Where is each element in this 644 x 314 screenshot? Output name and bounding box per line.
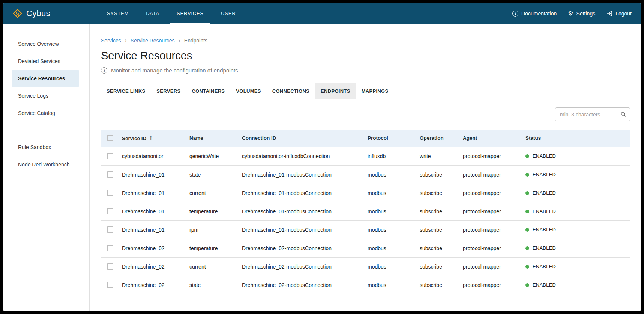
breadcrumb-services[interactable]: Services [101, 38, 121, 44]
tab-volumes[interactable]: VOLUMES [230, 83, 266, 99]
cell-protocol: modbus [365, 202, 417, 220]
chevron-right-icon: › [179, 38, 180, 44]
tab-endpoints[interactable]: ENDPOINTS [315, 83, 356, 99]
sidebar-item-service-overview[interactable]: Service Overview [12, 35, 79, 53]
cell-service-id: Drehmaschine_02 [119, 276, 186, 294]
cell-agent: protocol-mapper [460, 257, 522, 276]
cell-service-id: Drehmaschine_02 [119, 257, 186, 276]
cell-service-id: Drehmaschine_01 [119, 165, 186, 184]
cell-operation: subscribe [417, 257, 460, 276]
row-checkbox[interactable] [107, 190, 113, 196]
search-row [101, 107, 630, 121]
cell-status: ENABLED [522, 220, 630, 239]
cell-name: current [186, 184, 239, 202]
row-checkbox[interactable] [107, 171, 113, 178]
cell-service-id: Drehmaschine_02 [119, 239, 186, 257]
status-label: ENABLED [533, 264, 556, 269]
sidebar-item-service-catalog[interactable]: Service Catalog [12, 104, 79, 122]
logout-label: Logout [615, 11, 632, 17]
cell-service-id: Drehmaschine_01 [119, 220, 186, 239]
tab-service-links[interactable]: SERVICE LINKS [101, 83, 151, 99]
sidebar-item-rule-sandbox[interactable]: Rule Sandbox [12, 139, 79, 156]
cell-agent: protocol-mapper [460, 184, 522, 202]
cell-name: temperature [186, 202, 239, 220]
row-checkbox[interactable] [107, 153, 113, 159]
status-dot [525, 283, 529, 287]
table-row[interactable]: Drehmaschine_01 state Drehmaschine_01-mo… [101, 165, 630, 184]
cell-protocol: influxdb [365, 147, 417, 165]
cell-operation: subscribe [417, 165, 460, 184]
sidebar-item-service-logs[interactable]: Service Logs [12, 87, 79, 104]
table-row[interactable]: Drehmaschine_02 state Drehmaschine_02-mo… [101, 276, 630, 294]
sort-ascending-icon: ↑ [149, 135, 153, 141]
sidebar: Service Overview Deviated Services Servi… [3, 24, 90, 311]
row-checkbox[interactable] [107, 245, 113, 251]
breadcrumb-service-resources[interactable]: Service Resources [131, 38, 175, 44]
logout-link[interactable]: Logout [606, 11, 632, 17]
status-dot [525, 246, 529, 250]
main-nav: SYSTEM DATA SERVICES USER [98, 3, 244, 24]
status-label: ENABLED [533, 208, 556, 214]
tab-containers[interactable]: CONTAINERS [186, 83, 230, 99]
main-content: Services › Service Resources › Endpoints… [90, 24, 641, 311]
cell-operation: subscribe [417, 220, 460, 239]
column-header-agent[interactable]: Agent [460, 130, 522, 147]
column-header-operation[interactable]: Operation [417, 130, 460, 147]
brand-name: Cybus [26, 9, 50, 18]
cell-connection-id: Drehmaschine_01-modbusConnection [239, 184, 365, 202]
cell-service-id: Drehmaschine_01 [119, 184, 186, 202]
row-checkbox[interactable] [107, 226, 113, 233]
column-header-service-id[interactable]: Service ID↑ [119, 130, 186, 147]
cell-status: ENABLED [522, 257, 630, 276]
sidebar-item-deviated-services[interactable]: Deviated Services [12, 53, 79, 70]
page-title: Service Resources [101, 50, 630, 62]
table-row[interactable]: Drehmaschine_01 temperature Drehmaschine… [101, 202, 630, 220]
column-header-connection-id[interactable]: Connection ID [239, 130, 365, 147]
table-row[interactable]: Drehmaschine_02 temperature Drehmaschine… [101, 239, 630, 257]
column-header-protocol[interactable]: Protocol [365, 130, 417, 147]
nav-data[interactable]: DATA [139, 3, 166, 24]
row-checkbox[interactable] [107, 263, 113, 270]
status-dot [525, 228, 529, 232]
column-header-name[interactable]: Name [186, 130, 239, 147]
row-checkbox[interactable] [107, 208, 113, 214]
cell-agent: protocol-mapper [460, 276, 522, 294]
sidebar-item-node-red-workbench[interactable]: Node Red Workbench [12, 156, 79, 173]
sidebar-item-service-resources[interactable]: Service Resources [12, 70, 79, 87]
cell-operation: subscribe [417, 276, 460, 294]
cell-service-id: cybusdatamonitor [119, 147, 186, 165]
documentation-link[interactable]: i Documentation [512, 11, 557, 17]
breadcrumb: Services › Service Resources › Endpoints [101, 38, 630, 44]
nav-user[interactable]: USER [214, 3, 242, 24]
cell-protocol: modbus [365, 257, 417, 276]
status-label: ENABLED [533, 227, 556, 232]
select-all-checkbox[interactable] [107, 135, 113, 141]
table-row[interactable]: cybusdatamonitor genericWrite cybusdatam… [101, 147, 630, 165]
tab-connections[interactable]: CONNECTIONS [267, 83, 315, 99]
status-dot [525, 210, 529, 213]
tab-mappings[interactable]: MAPPINGS [356, 83, 394, 99]
cell-status: ENABLED [522, 165, 630, 184]
cell-status: ENABLED [522, 184, 630, 202]
row-checkbox[interactable] [107, 282, 113, 288]
cell-name: current [186, 257, 239, 276]
tab-servers[interactable]: SERVERS [151, 83, 186, 99]
cell-connection-id: Drehmaschine_01-modbusConnection [239, 202, 365, 220]
cell-status: ENABLED [522, 239, 630, 257]
status-dot [525, 173, 529, 177]
brand: Cybus [12, 3, 50, 24]
cell-name: genericWrite [186, 147, 239, 165]
cell-protocol: modbus [365, 184, 417, 202]
cell-agent: protocol-mapper [460, 147, 522, 165]
column-header-status[interactable]: Status [522, 130, 630, 147]
nav-system[interactable]: SYSTEM [100, 3, 135, 24]
cell-name: state [186, 165, 239, 184]
chevron-right-icon: › [125, 38, 127, 44]
table-row[interactable]: Drehmaschine_02 current Drehmaschine_02-… [101, 257, 630, 276]
table-row[interactable]: Drehmaschine_01 current Drehmaschine_01-… [101, 184, 630, 202]
search-input[interactable] [555, 107, 630, 121]
settings-link[interactable]: ⚙ Settings [568, 11, 595, 17]
table-row[interactable]: Drehmaschine_01 rpm Drehmaschine_01-modb… [101, 220, 630, 239]
nav-services[interactable]: SERVICES [170, 3, 210, 24]
cell-protocol: modbus [365, 220, 417, 239]
